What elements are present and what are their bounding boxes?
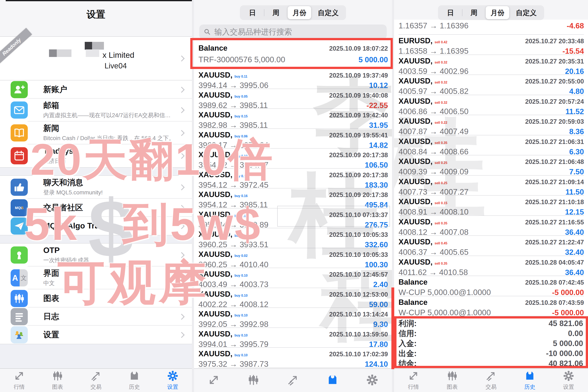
deal-row[interactable]: XAUUSD,buy 0.102025.10.10 17:02:393975.3… [198, 348, 388, 368]
deal-row-partial[interactable]: 1.16357 → 1.16396-4.68 [398, 20, 584, 35]
segment-周[interactable]: 周 [462, 6, 486, 19]
segment-日[interactable]: 日 [241, 6, 264, 19]
menu-item-label: 日志 [43, 312, 59, 321]
bottom-tabbar [194, 368, 392, 392]
deal-row[interactable]: XAUUSD,buy 0.112025.10.09 19:37:493994.1… [198, 69, 388, 89]
menu-item-news[interactable]: 新闻Bitcoin Cash / Dollar 当日内: 看跌，在 566.4 … [0, 122, 192, 144]
deal-datetime: 2025.10.10 13:59:50 [329, 331, 388, 338]
tab-行情[interactable]: 行情 [394, 370, 433, 390]
deal-list: Balance2025.10.09 18:07:22TRF-30000576 5… [198, 40, 388, 368]
deal-row[interactable]: XAUUSD,sell 0.352025.10.28 04:05:474011.… [398, 256, 584, 276]
tab-交易[interactable]: 交易 [472, 370, 510, 390]
tab-历史[interactable]: 历史 [115, 370, 154, 390]
menu-item-traders-community[interactable]: MQL5交易者社区 [0, 199, 192, 217]
tab-chart[interactable] [234, 374, 273, 387]
tab-gear[interactable] [352, 374, 392, 387]
deal-row[interactable]: XAUUSD,sell 0.252025.10.27 21:06:484009.… [398, 155, 584, 176]
menu-item-label: 新账户 [43, 85, 67, 94]
tab-trade[interactable] [273, 374, 313, 387]
deal-row[interactable]: XAUUSD,buy 0.102025.10.09 20:17:383954.1… [198, 169, 388, 189]
deal-datetime: 2025.10.27 21:06:48 [525, 158, 584, 166]
segment-月份[interactable]: 月份 [486, 6, 509, 19]
history-icon [326, 374, 339, 387]
tab-history[interactable] [313, 374, 352, 387]
deal-row[interactable]: EURUSD,sell 0.422025.10.27 20:33:481.163… [398, 35, 584, 55]
deal-row[interactable]: XAUUSD,sell 0.322025.10.27 20:35:314003.… [398, 55, 584, 75]
deal-row[interactable]: XAUUSD,buy 0.062025.10.09 19:55:413969.1… [198, 129, 388, 149]
tab-label: 行情 [408, 383, 419, 390]
deal-row[interactable]: XAUUSD,sell 0.452025.10.27 21:22:474006.… [398, 236, 584, 256]
menu-item-label: 图表 [43, 294, 59, 303]
deal-profit: -22.55 [366, 101, 388, 110]
deal-row[interactable]: XAUUSD,buy 0.102025.10.10 13:59:503994.0… [198, 328, 388, 348]
deal-row[interactable]: XAUUSD,buy 0.152025.10.09 19:42:403982.9… [198, 109, 388, 129]
segment-月份[interactable]: 月份 [288, 6, 311, 19]
menu-item-tradays[interactable]: Tradays经济日历 [0, 144, 192, 167]
menu-item-charts[interactable]: 图表 [0, 289, 192, 308]
settings-icon [10, 326, 28, 344]
deal-symbol: XAUUSD, [198, 131, 232, 139]
menu-item-journal[interactable]: 日志 [0, 308, 192, 326]
balance-row[interactable]: Balance2025.10.28 07:42:45W-CUP 5,000.00… [398, 276, 584, 296]
deal-row[interactable]: XAUUSD,sell 0.352025.10.27 21:16:554008.… [398, 216, 584, 236]
menu-item-otp[interactable]: OTP一次性密码生成器 [0, 244, 192, 266]
deal-row[interactable]: XAUUSD,buy 0.102025.10.09 20:17:383954.1… [198, 149, 388, 169]
summary-line: 结余:40 821.06 [398, 358, 583, 368]
gear-icon [563, 370, 574, 382]
deal-row[interactable]: XAUUSD,sell 0.222025.10.27 20:59:034007.… [398, 115, 584, 135]
segment-自定义[interactable]: 自定义 [311, 6, 345, 19]
account-card[interactable]: Readonly x Limited Live04 [0, 37, 192, 80]
balance-amount: -5 000.00 [552, 288, 584, 297]
tab-设置[interactable]: 设置 [549, 370, 588, 390]
search-input[interactable] [214, 27, 382, 36]
menu-item-new-account[interactable]: 新账户 [0, 80, 192, 98]
tab-行情[interactable]: 行情 [0, 370, 38, 390]
segment-日[interactable]: 日 [439, 6, 462, 19]
deal-row[interactable]: XAUUSD,buy 0.102025.10.10 10:05:333960.2… [198, 228, 388, 248]
redaction-block [57, 50, 72, 57]
tab-label: 交易 [90, 383, 102, 390]
history-icon [524, 370, 536, 382]
tab-quotes[interactable] [194, 374, 234, 387]
menu-item-interface[interactable]: A文界面中文 [0, 266, 192, 289]
tab-交易[interactable]: 交易 [77, 370, 115, 390]
deal-row[interactable]: XAUUSD,sell 0.152025.10.27 21:10:184008.… [398, 196, 584, 216]
segment-自定义[interactable]: 自定义 [509, 6, 543, 19]
otp-icon [10, 246, 28, 264]
deal-row[interactable]: XAUUSD,buy 0.102025.10.10 12:53:004002.2… [198, 288, 388, 308]
chevron-right-icon [179, 205, 185, 211]
menu-item-mql5-algo-trading[interactable]: MQL5 Algo Trading [0, 217, 192, 235]
deal-action: sell 0.32 [435, 81, 447, 84]
deal-row[interactable]: XAUUSD,buy 0.102025.10.10 12:45:574003.4… [198, 268, 388, 288]
tab-历史[interactable]: 历史 [510, 370, 549, 390]
tab-设置[interactable]: 设置 [154, 370, 192, 390]
tab-图表[interactable]: 图表 [38, 370, 77, 390]
segment-周[interactable]: 周 [264, 6, 288, 19]
deal-row[interactable]: XAUUSD,buy 0.162025.10.09 20:17:383954.1… [198, 188, 388, 208]
menu-item-mailbox[interactable]: 邮箱内置虚拟主机——现在可以24/7运行EA交易和信号 - Tradin... [0, 98, 192, 122]
summary-line: 入金:5 000.00 [398, 338, 583, 348]
deal-row[interactable]: XAUUSD,buy 0.052025.10.09 19:40:083989.6… [198, 89, 388, 109]
deal-symbol: XAUUSD, [198, 190, 232, 199]
deal-profit: 183.30 [365, 181, 388, 189]
deal-row[interactable]: XAUUSD,buy 0.022025.10.10 10:05:333960.2… [198, 248, 388, 268]
deal-row[interactable]: XAUUSD,sell 0.352025.10.27 21:06:314008.… [398, 135, 584, 156]
balance-row[interactable]: Balance2025.10.09 18:07:22TRF-30000576 5… [198, 40, 388, 69]
menu-item-settings[interactable]: 设置 [0, 326, 192, 344]
deal-datetime: 2025.10.09 19:55:41 [329, 132, 388, 139]
deal-action: buy 0.10 [234, 334, 248, 337]
balance-row[interactable]: Balance2025.10.28 07:43:59W-CUP 5,000.00… [398, 296, 584, 316]
deal-row[interactable]: XAUUSD,buy 0.102025.10.10 13:14:243992.0… [198, 308, 388, 328]
deal-row[interactable]: XAUUSD,sell 0.322025.10.27 20:55:004005.… [398, 75, 584, 95]
deal-datetime: 2025.10.27 20:35:31 [525, 58, 584, 65]
menu-item-chat-messages[interactable]: 聊天和消息登录 MQL5.community! [0, 176, 192, 199]
summary-label: 入金: [398, 338, 417, 349]
deal-row[interactable]: XAUUSD,sell 0.322025.10.27 20:57:244006.… [398, 95, 584, 115]
balance-amount: 5 000.00 [358, 56, 388, 64]
deal-row[interactable]: XAUUSD,sell 0.252025.10.27 21:09:144007.… [398, 176, 584, 196]
balance-detail: W-CUP 5,000.00@1.0000 [398, 308, 491, 317]
tab-图表[interactable]: 图表 [433, 370, 472, 390]
deal-datetime: 2025.10.10 10:05:33 [329, 251, 388, 258]
deal-datetime: 2025.10.27 20:59:03 [525, 118, 584, 125]
chevron-right-icon [179, 184, 185, 190]
